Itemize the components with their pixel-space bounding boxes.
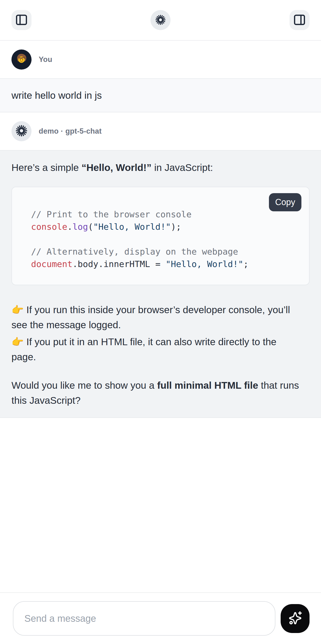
starburst-icon [15,124,28,138]
send-button[interactable] [281,604,310,633]
assistant-message-bubble: Here’s a simple “Hello, World!” in JavaS… [0,150,321,418]
code-line [31,233,290,246]
user-message-text: write hello world in js [11,90,102,101]
panel-right-icon [293,13,307,28]
model-spinner-button[interactable] [150,10,171,30]
starburst-icon [155,14,166,26]
code-content: // Print to the browser consoleconsole.l… [31,208,290,270]
sidebar-left-toggle-button[interactable] [11,10,31,30]
assistant-question-paragraph: Would you like me to show you a full min… [11,378,310,408]
user-avatar [11,50,31,70]
person-emoji-icon [14,52,28,67]
code-line: console.log("Hello, World!"); [31,221,290,233]
sidebar-right-toggle-button[interactable] [290,10,310,30]
message-input[interactable] [13,601,275,636]
assistant-avatar [11,121,31,141]
user-sender-label: You [39,55,52,64]
sparkles-icon [287,610,303,627]
assistant-message-header: demo · gpt-5-chat [0,112,321,150]
code-block: Copy // Print to the browser consolecons… [11,187,310,285]
assistant-sender-label: demo · gpt-5-chat [39,127,101,136]
chat-app: You write hello world in js demo · gpt-5… [0,0,321,644]
panel-left-icon [14,13,28,28]
user-message-header: You [0,41,321,78]
assistant-note-2: 👉 If you put it in an HTML file, it can … [11,334,310,364]
assistant-note-1: 👉 If you run this inside your browser’s … [11,302,310,332]
top-bar [0,0,321,41]
code-line: // Alternatively, display on the webpage [31,246,290,258]
copy-code-button[interactable]: Copy [269,193,302,211]
code-line: // Print to the browser console [31,208,290,221]
assistant-intro-paragraph: Here’s a simple “Hello, World!” in JavaS… [11,160,310,175]
composer-bar [0,592,321,644]
code-line: document.body.innerHTML = "Hello, World!… [31,258,290,270]
user-message-bubble: write hello world in js [0,78,321,112]
